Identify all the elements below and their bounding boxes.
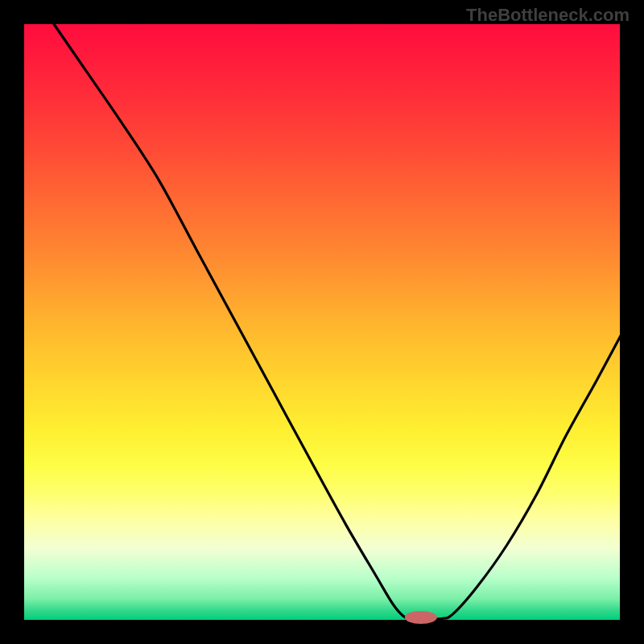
gradient-background	[24, 24, 620, 620]
chart-stage: TheBottleneck.com	[0, 0, 644, 644]
optimal-marker	[405, 611, 437, 624]
watermark-text: TheBottleneck.com	[466, 5, 630, 26]
chart-svg	[0, 0, 644, 644]
